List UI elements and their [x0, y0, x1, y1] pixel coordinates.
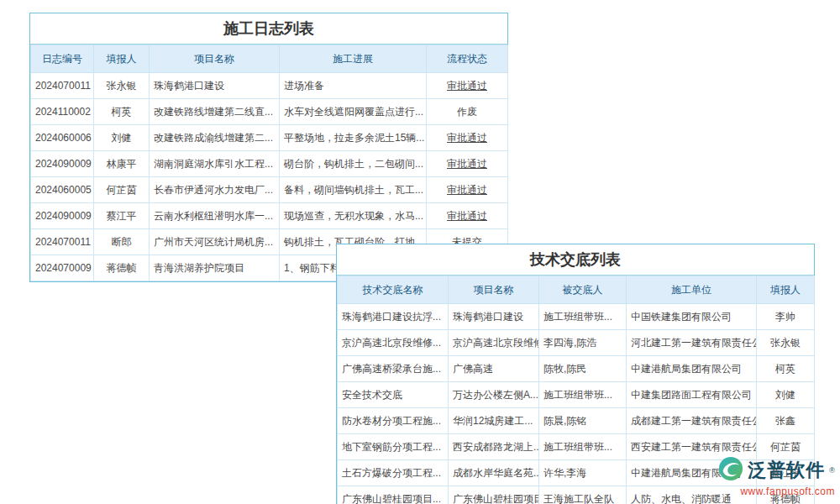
disclosed-person-text: 王海施工队全队 — [539, 486, 627, 504]
table-row: 防水卷材分项工程施... 华润12城房建工... 陈晨,陈铭 成都建工第一建筑有… — [338, 408, 815, 434]
log-col-filler: 填报人 — [94, 45, 150, 73]
project-name-link[interactable]: 西安成都路龙湖上... — [449, 434, 539, 460]
project-name-link[interactable]: 长春市伊通河水力发电厂... — [150, 177, 280, 203]
disclosure-name-link[interactable]: 地下室钢筋分项工程... — [338, 434, 449, 460]
filler-name-cell[interactable]: 林康平 — [94, 151, 150, 177]
project-name-link[interactable]: 湖南洞庭湖水库引水工程... — [150, 151, 280, 177]
progress-text: 平整场地，拉走多余泥土15辆... — [280, 125, 427, 151]
log-list-title: 施工日志列表 — [30, 13, 507, 45]
log-id-cell[interactable]: 2024060006 — [31, 125, 94, 151]
status-link[interactable]: 作废 — [427, 99, 508, 125]
project-name-link[interactable]: 珠海鹤港口建设 — [150, 73, 280, 99]
status-link[interactable]: 审批通过 — [427, 177, 508, 203]
construction-unit-text: 中建港航局集团有限公司 — [627, 356, 757, 382]
disclosed-person-text: 施工班组带班... — [539, 304, 627, 330]
project-name-link[interactable]: 珠海鹤港口建设 — [449, 304, 539, 330]
disc-col-project: 项目名称 — [449, 276, 539, 304]
filler-name-cell[interactable]: 何芷茵 — [94, 177, 150, 203]
disclosed-person-text: 施工班组带班... — [539, 434, 627, 460]
status-link[interactable]: 审批通过 — [427, 125, 508, 151]
progress-text: 砌台阶，钩机排土，二包砌间... — [280, 151, 427, 177]
fanpu-logo-icon — [718, 456, 743, 485]
brand-name: 泛普软件 — [748, 458, 825, 483]
project-name-link[interactable]: 京沪高速北京段维修 — [449, 330, 539, 356]
construction-unit-text: 成都建工第一建筑有限责任公司 — [627, 408, 757, 434]
table-row: 2024070011 张永银 珠海鹤港口建设 进场准备 审批通过 — [31, 73, 508, 99]
project-name-link[interactable]: 云南水利枢纽潜明水库一... — [150, 203, 280, 229]
table-row: 广佛高速桥梁承台施... 广佛高速 陈牧,陈民 中建港航局集团有限公司 柯英 — [338, 356, 815, 382]
log-header-row: 日志编号 填报人 项目名称 施工进展 流程状态 — [31, 45, 508, 73]
filler-name-cell[interactable]: 蒋德帧 — [94, 255, 150, 281]
log-col-status: 流程状态 — [427, 45, 508, 73]
project-name-link[interactable]: 华润12城房建工... — [449, 408, 539, 434]
log-id-cell[interactable]: 2024110002 — [31, 99, 94, 125]
construction-unit-text: 河北建工第一建筑有限责任公司 — [627, 330, 757, 356]
project-name-link[interactable]: 成都水岸华庭名苑... — [449, 460, 539, 486]
progress-text: 备料，砌间墙钩机排土，瓦工... — [280, 177, 427, 203]
table-row: 2024090009 林康平 湖南洞庭湖水库引水工程... 砌台阶，钩机排土，二… — [31, 151, 508, 177]
disclosed-person-text: 许华,李海 — [539, 460, 627, 486]
progress-text: 进场准备 — [280, 73, 427, 99]
table-row: 珠海鹤港口建设抗浮... 珠海鹤港口建设 施工班组带班... 中国铁建集团有限公… — [338, 304, 815, 330]
disclosure-name-link[interactable]: 防水卷材分项工程施... — [338, 408, 449, 434]
log-id-cell[interactable]: 2024070009 — [31, 255, 94, 281]
disclosure-name-link[interactable]: 安全技术交底 — [338, 382, 449, 408]
project-name-link[interactable]: 万达办公楼左侧A... — [449, 382, 539, 408]
filler-name-cell[interactable]: 断郎 — [94, 229, 150, 255]
status-link[interactable]: 审批通过 — [427, 151, 508, 177]
disclosure-list-title: 技术交底列表 — [337, 244, 814, 276]
status-link[interactable]: 审批通过 — [427, 73, 508, 99]
disc-col-person: 被交底人 — [539, 276, 627, 304]
brand-url[interactable]: www.fanpusoft.com — [740, 486, 835, 497]
filler-name-cell[interactable]: 张永银 — [757, 330, 815, 356]
construction-unit-text: 中国铁建集团有限公司 — [627, 304, 757, 330]
project-name-link[interactable]: 青海洪湖养护院项目 — [150, 255, 280, 281]
disclosed-person-text: 陈牧,陈民 — [539, 356, 627, 382]
filler-name-cell[interactable]: 李帅 — [757, 304, 815, 330]
disc-col-unit: 施工单位 — [627, 276, 757, 304]
log-col-id: 日志编号 — [31, 45, 94, 73]
table-row: 2024060005 何芷茵 长春市伊通河水力发电厂... 备料，砌间墙钩机排土… — [31, 177, 508, 203]
log-id-cell[interactable]: 2024070011 — [31, 73, 94, 99]
log-col-project: 项目名称 — [150, 45, 280, 73]
log-col-progress: 施工进展 — [280, 45, 427, 73]
disclosed-person-text: 施工班组带班... — [539, 382, 627, 408]
filler-name-cell[interactable]: 刘健 — [757, 382, 815, 408]
disclosure-name-link[interactable]: 京沪高速北京段维修... — [338, 330, 449, 356]
log-id-cell[interactable]: 2024090009 — [31, 203, 94, 229]
disc-col-filler: 填报人 — [757, 276, 815, 304]
construction-log-list-window: 施工日志列表 日志编号 填报人 项目名称 施工进展 流程状态 202407001… — [29, 13, 508, 282]
log-id-cell[interactable]: 2024090009 — [31, 151, 94, 177]
filler-name-cell[interactable]: 蔡江平 — [94, 203, 150, 229]
table-row: 2024110002 柯英 改建铁路线增建第二线直... 水车对全线遮阳网覆盖点… — [31, 99, 508, 125]
table-row: 安全技术交底 万达办公楼左侧A... 施工班组带班... 中建集团路面工程有限公… — [338, 382, 815, 408]
disclosure-header-row: 技术交底名称 项目名称 被交底人 施工单位 填报人 — [338, 276, 815, 304]
project-name-link[interactable]: 广东佛山碧桂园项目 — [449, 486, 539, 504]
filler-name-cell[interactable]: 张鑫 — [757, 408, 815, 434]
construction-unit-text: 中建集团路面工程有限公司 — [627, 382, 757, 408]
fanpu-watermark: 泛普软件 ® www.fanpusoft.com — [718, 456, 835, 497]
filler-name-cell[interactable]: 柯英 — [757, 356, 815, 382]
disclosed-person-text: 陈晨,陈铭 — [539, 408, 627, 434]
table-row: 2024060006 刘健 改建铁路成渝线增建第二... 平整场地，拉走多余泥土… — [31, 125, 508, 151]
disclosure-name-link[interactable]: 珠海鹤港口建设抗浮... — [338, 304, 449, 330]
disc-col-name: 技术交底名称 — [338, 276, 449, 304]
disclosure-name-link[interactable]: 广东佛山碧桂园项目... — [338, 486, 449, 504]
project-name-link[interactable]: 广佛高速 — [449, 356, 539, 382]
disclosure-name-link[interactable]: 土石方爆破分项工程... — [338, 460, 449, 486]
project-name-link[interactable]: 广州市天河区统计局机房... — [150, 229, 280, 255]
project-name-link[interactable]: 改建铁路线增建第二线直... — [150, 99, 280, 125]
progress-text: 现场巡查，无积水现象，水马... — [280, 203, 427, 229]
filler-name-cell[interactable]: 柯英 — [94, 99, 150, 125]
table-row: 京沪高速北京段维修... 京沪高速北京段维修 李四海,陈浩 河北建工第一建筑有限… — [338, 330, 815, 356]
project-name-link[interactable]: 改建铁路成渝线增建第二... — [150, 125, 280, 151]
progress-text: 水车对全线遮阳网覆盖点进行... — [280, 99, 427, 125]
filler-name-cell[interactable]: 刘健 — [94, 125, 150, 151]
status-link[interactable]: 审批通过 — [427, 203, 508, 229]
log-id-cell[interactable]: 2024060005 — [31, 177, 94, 203]
table-row: 2024090009 蔡江平 云南水利枢纽潜明水库一... 现场巡查，无积水现象… — [31, 203, 508, 229]
log-id-cell[interactable]: 2024070011 — [31, 229, 94, 255]
registered-mark: ® — [829, 466, 835, 475]
filler-name-cell[interactable]: 张永银 — [94, 73, 150, 99]
disclosure-name-link[interactable]: 广佛高速桥梁承台施... — [338, 356, 449, 382]
